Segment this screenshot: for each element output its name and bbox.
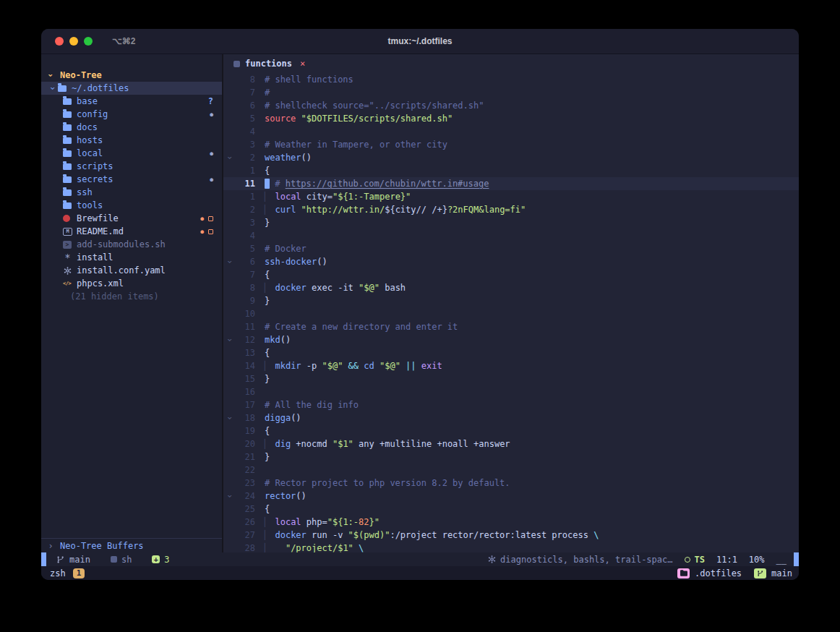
- code-line[interactable]: 14▏ mkdir -p "$@" && cd "$@" || exit: [223, 359, 799, 372]
- code-line[interactable]: ›24rector(): [223, 490, 799, 503]
- tree-item-install.conf.yaml[interactable]: install.conf.yaml: [41, 264, 222, 277]
- titlebar[interactable]: ⌥⌘2 tmux:~/.dotfiles: [41, 29, 799, 54]
- tree-item-README.md[interactable]: MREADME.md●: [41, 225, 222, 238]
- code-line[interactable]: 9}: [223, 294, 799, 307]
- tree-item-root[interactable]: › ~/.dotfiles: [41, 82, 222, 95]
- code-line[interactable]: 7#: [223, 86, 799, 99]
- neotree-source-title[interactable]: › Neo-Tree: [41, 69, 222, 82]
- sign-column: [255, 477, 265, 490]
- tree-item-add-submodules.sh[interactable]: >add-submodules.sh: [41, 238, 222, 251]
- treesitter-icon: [685, 557, 690, 563]
- fold-chevron-icon[interactable]: ›: [223, 333, 236, 346]
- code-line[interactable]: 16: [223, 385, 799, 398]
- tree-item-install[interactable]: *install: [41, 251, 222, 264]
- code-line[interactable]: ›18digga(): [223, 411, 799, 424]
- minimize-window-button[interactable]: [69, 37, 78, 46]
- code-line[interactable]: 15}: [223, 372, 799, 385]
- fold-column: [223, 203, 236, 216]
- tree-item-label: scripts: [77, 161, 113, 171]
- sign-column: [255, 281, 265, 294]
- code-line[interactable]: 13{: [223, 346, 799, 359]
- tree-item-secrets[interactable]: secrets●: [41, 173, 222, 186]
- editor-pane: functions × 8# shell functions7#6# shell…: [223, 54, 799, 552]
- code-line[interactable]: 19{: [223, 424, 799, 437]
- code-line[interactable]: 23# Rector project to php version 8.2 by…: [223, 477, 799, 490]
- code-line[interactable]: 22: [223, 464, 799, 477]
- code-line[interactable]: 5source "$DOTFILES/scripts/shared.sh": [223, 112, 799, 125]
- code-line[interactable]: 1{: [223, 164, 799, 177]
- folder-icon: [63, 176, 72, 183]
- line-number: 3: [236, 138, 255, 151]
- line-content: {: [265, 424, 799, 437]
- code-line[interactable]: 17# All the dig info: [223, 398, 799, 411]
- tree-item-label: local: [77, 148, 103, 158]
- line-number: 22: [236, 464, 255, 477]
- code-line[interactable]: 8▏ docker exec -it "$@" bash: [223, 281, 799, 294]
- line-content: ▏ local php="${1:-82}": [265, 516, 799, 529]
- code-line[interactable]: 28▏ "/project/$1" \: [223, 542, 799, 552]
- code-buffer[interactable]: 8# shell functions7#6# shellcheck source…: [223, 73, 799, 552]
- tree-item-config[interactable]: config●: [41, 108, 222, 121]
- code-line[interactable]: 8# shell functions: [223, 73, 799, 86]
- tree-item-tools[interactable]: tools: [41, 199, 222, 212]
- code-line[interactable]: 10: [223, 307, 799, 320]
- tree-item-local[interactable]: local●: [41, 147, 222, 160]
- code-line[interactable]: 26▏ local php="${1:-82}": [223, 516, 799, 529]
- tree-item-phpcs.xml[interactable]: </>phpcs.xml: [41, 277, 222, 290]
- code-line[interactable]: 11 # https://github.com/chubin/wttr.in#u…: [223, 177, 799, 190]
- sign-column: [255, 503, 265, 516]
- code-line[interactable]: 2▏ curl "http://wttr.in/${city// /+}?2nF…: [223, 203, 799, 216]
- code-line[interactable]: ›6ssh-docker(): [223, 255, 799, 268]
- tmux-session-name[interactable]: zsh: [50, 568, 66, 578]
- fold-chevron-icon[interactable]: ›: [223, 490, 236, 503]
- code-line[interactable]: 5# Docker: [223, 242, 799, 255]
- tmux-window-index-badge[interactable]: 1: [73, 568, 85, 578]
- code-line[interactable]: 4: [223, 229, 799, 242]
- line-number: 16: [236, 385, 255, 398]
- chevron-down-icon: ›: [223, 155, 236, 161]
- tree-item-ssh[interactable]: ssh: [41, 186, 222, 199]
- code-line[interactable]: 20▏ dig +nocmd "$1" any +multiline +noal…: [223, 437, 799, 450]
- cursor-position: 11:1: [716, 555, 737, 565]
- zoom-window-button[interactable]: [84, 37, 93, 46]
- code-line[interactable]: 7{: [223, 268, 799, 281]
- tree-item-docs[interactable]: docs: [41, 121, 222, 134]
- sign-column: [255, 437, 265, 450]
- sign-column: [255, 138, 265, 151]
- tree-item-Brewfile[interactable]: Brewfile●: [41, 212, 222, 225]
- code-line[interactable]: 4: [223, 125, 799, 138]
- code-line[interactable]: 21}: [223, 450, 799, 464]
- code-line[interactable]: 25{: [223, 503, 799, 516]
- close-window-button[interactable]: [55, 37, 64, 46]
- buffers-section-header[interactable]: › Neo-Tree Buffers: [41, 538, 222, 552]
- code-line[interactable]: 3# Weather in Tampere, or other city: [223, 138, 799, 151]
- tree-item-label: secrets: [77, 174, 113, 184]
- line-content: ▏ curl "http://wttr.in/${city// /+}?2nFQ…: [265, 203, 799, 216]
- sign-column: [255, 307, 265, 320]
- code-line[interactable]: 1▏ local city="${1:-Tampere}": [223, 190, 799, 203]
- code-line[interactable]: ›12mkd(): [223, 333, 799, 346]
- line-content: {: [265, 164, 799, 177]
- code-line[interactable]: 3}: [223, 216, 799, 229]
- tree-item-hosts[interactable]: hosts: [41, 134, 222, 147]
- line-number: 10: [236, 307, 255, 320]
- tab-functions[interactable]: functions ×: [233, 59, 305, 69]
- sign-column: [255, 490, 265, 503]
- fold-chevron-icon[interactable]: ›: [223, 255, 236, 268]
- tree-item-scripts[interactable]: scripts: [41, 160, 222, 173]
- code-line[interactable]: 11# Create a new directory and enter it: [223, 320, 799, 333]
- fold-chevron-icon[interactable]: ›: [223, 151, 236, 164]
- git-branch[interactable]: main: [56, 555, 90, 565]
- code-line[interactable]: 27▏ docker run -v "$(pwd)":/project rect…: [223, 529, 799, 542]
- indent-guide: ▏: [265, 439, 275, 449]
- line-content: [265, 307, 799, 320]
- fold-chevron-icon[interactable]: ›: [223, 411, 236, 424]
- code-line[interactable]: 6# shellcheck source="../scripts/shared.…: [223, 99, 799, 112]
- git-status-badges: ●: [210, 150, 213, 157]
- indent-guide: ▏: [265, 517, 275, 527]
- code-line[interactable]: ›2weather(): [223, 151, 799, 164]
- folder-icon: [63, 124, 72, 131]
- tab-close-icon[interactable]: ×: [300, 59, 305, 69]
- tree-item-base[interactable]: base?: [41, 95, 222, 108]
- fold-column: [223, 242, 236, 255]
